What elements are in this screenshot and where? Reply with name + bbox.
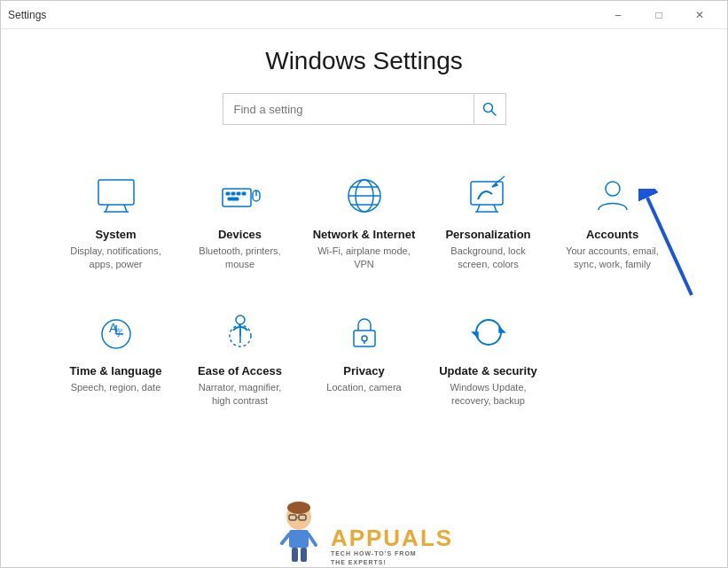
svg-rect-8 [231,192,235,195]
svg-line-48 [309,534,316,545]
svg-line-21 [494,205,497,212]
search-bar[interactable] [223,93,506,125]
setting-desc-system: Display, notifications, apps, power [65,245,168,272]
settings-window: Settings – □ ✕ Windows Settings [0,0,728,568]
setting-desc-accounts: Your accounts, email, sync, work, family [561,245,664,272]
setting-desc-personalization: Background, lock screen, colors [437,245,540,272]
svg-line-47 [282,534,289,543]
close-button[interactable]: ✕ [679,1,720,29]
setting-name-ease: Ease of Access [198,364,282,377]
privacy-icon [340,307,389,357]
setting-item-system[interactable]: System Display, notifications, apps, pow… [54,157,178,286]
search-input[interactable] [223,103,474,116]
svg-rect-50 [301,548,307,562]
devices-icon [215,171,265,221]
svg-marker-39 [473,332,478,338]
setting-name-privacy: Privacy [343,364,384,377]
svg-point-31 [236,315,245,324]
personalization-icon [464,171,513,221]
svg-marker-24 [492,183,497,187]
svg-line-1 [492,112,497,116]
appuals-tagline: TECH HOW-TO'S FROM [331,549,417,558]
setting-desc-time: Speech, region, date [71,381,161,394]
svg-point-51 [287,502,310,514]
setting-item-devices[interactable]: Devices Bluetooth, printers, mouse [178,157,302,286]
setting-item-personalization[interactable]: Personalization Background, lock screen,… [427,157,551,286]
setting-name-accounts: Accounts [586,228,638,241]
svg-line-20 [477,205,480,212]
appuals-tagline2: THE EXPERTS! [331,558,387,567]
watermark: APPUALS TECH HOW-TO'S FROM THE EXPERTS! [276,461,453,567]
title-bar-controls: – □ ✕ [598,1,720,29]
setting-desc-privacy: Location, camera [326,381,401,394]
setting-name-update: Update & security [439,364,537,377]
update-icon [464,307,513,357]
window-title: Settings [8,9,46,21]
settings-grid: System Display, notifications, apps, pow… [54,157,675,423]
svg-rect-10 [242,192,246,195]
page-title: Windows Settings [265,47,463,75]
svg-point-25 [606,182,620,196]
main-content: Windows Settings [1,29,727,567]
title-bar-left: Settings [8,9,46,21]
ease-icon [215,307,265,357]
setting-name-system: System [95,228,136,241]
setting-name-network: Network & Internet [313,228,416,241]
title-bar: Settings – □ ✕ [1,1,727,29]
accounts-icon [588,171,638,221]
setting-item-update[interactable]: Update & security Windows Update, recove… [427,293,551,423]
setting-name-devices: Devices [218,228,262,241]
search-icon[interactable] [474,93,505,125]
setting-item-time[interactable]: A 字 Time & language Speech, region, date [54,293,178,423]
svg-rect-9 [237,192,240,195]
network-icon [340,171,389,221]
setting-item-network[interactable]: Network & Internet Wi-Fi, airplane mode,… [302,157,427,286]
svg-rect-46 [289,530,309,548]
appuals-name: APPUALS [331,526,453,549]
maximize-button[interactable]: □ [638,1,679,29]
setting-desc-update: Windows Update, recovery, backup [437,381,540,408]
svg-marker-38 [499,327,505,332]
svg-line-23 [496,176,505,183]
svg-point-36 [362,336,367,341]
setting-desc-devices: Bluetooth, printers, mouse [189,245,292,272]
svg-rect-49 [292,548,298,562]
monitor-icon [91,171,141,221]
svg-line-4 [124,205,127,212]
setting-desc-network: Wi-Fi, airplane mode, VPN [313,245,416,272]
time-icon: A 字 [91,307,141,357]
svg-rect-35 [354,331,375,346]
setting-item-privacy[interactable]: Privacy Location, camera [302,293,427,423]
setting-desc-ease: Narrator, magnifier, high contrast [189,381,292,408]
setting-name-time: Time & language [70,364,162,377]
svg-rect-7 [226,192,230,195]
svg-rect-2 [98,180,134,205]
setting-item-ease[interactable]: Ease of Access Narrator, magnifier, high… [178,293,302,423]
svg-line-3 [106,205,108,212]
setting-name-personalization: Personalization [445,228,530,241]
svg-text:字: 字 [114,328,123,338]
minimize-button[interactable]: – [598,1,638,29]
svg-rect-11 [228,198,239,200]
setting-item-accounts[interactable]: Accounts Your accounts, email, sync, wor… [551,157,675,286]
